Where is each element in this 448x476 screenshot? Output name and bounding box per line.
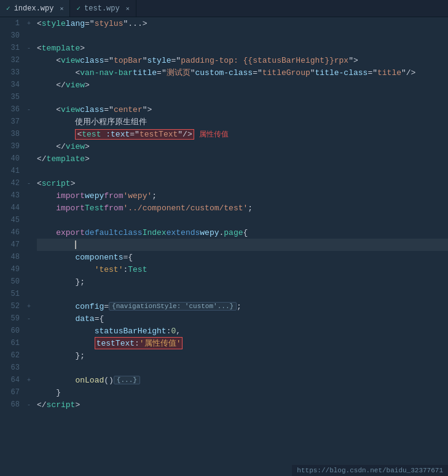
ln-40: 40 <box>0 153 20 165</box>
fold-39 <box>23 140 34 153</box>
blog-url: https://blog.csdn.net/baidu_32377671 <box>297 467 443 474</box>
fold-63 <box>23 362 34 374</box>
fold-34 <box>23 79 34 91</box>
fold-47 <box>23 239 34 251</box>
ln-67: 67 <box>0 386 20 399</box>
code-line-43: import wepy from 'wepy'; <box>37 189 448 202</box>
ln-48: 48 <box>0 251 20 263</box>
code-line-39: </view> <box>37 140 448 153</box>
ln-49: 49 <box>0 263 20 276</box>
ln-31: 31 <box>0 42 20 54</box>
ln-33: 33 <box>0 66 20 79</box>
fold-51 <box>23 288 34 300</box>
fold-38 <box>23 128 34 140</box>
code-line-35 <box>37 91 448 103</box>
fold-31[interactable]: - <box>23 42 34 54</box>
fold-30 <box>23 30 34 42</box>
ln-63: 63 <box>0 362 20 374</box>
bottom-bar: https://blog.csdn.net/baidu_32377671 <box>292 465 448 476</box>
fold-50 <box>23 276 34 288</box>
tab-test-wpy[interactable]: ✓ test.wpy ✕ <box>70 0 136 17</box>
code-line-31: <template> <box>37 42 448 54</box>
code-line-38: <test :text="testText"/>属性传值 <box>37 128 448 140</box>
fold-49 <box>23 263 34 276</box>
ln-39: 39 <box>0 140 20 153</box>
tab-label-index: index.wpy <box>14 4 54 13</box>
code-line-63 <box>37 362 448 374</box>
code-line-62: }; <box>37 349 448 362</box>
fold-37 <box>23 116 34 128</box>
code-line-45 <box>37 214 448 226</box>
tab-icon-index: ✓ <box>6 4 10 12</box>
fold-52[interactable]: + <box>23 300 34 312</box>
code-line-68: </script> <box>37 399 448 411</box>
code-line-67: } <box>37 386 448 399</box>
tab-close-test[interactable]: ✕ <box>126 5 130 12</box>
code-line-44: import Test from '../component/custom/te… <box>37 202 448 214</box>
editor-body: 1 30 31 32 33 34 35 36 37 38 39 40 41 42… <box>0 17 448 476</box>
fold-32 <box>23 54 34 66</box>
code-line-64: onLoad() {...} <box>37 374 448 386</box>
code-line-60: statusBarHeight: 0, <box>37 325 448 337</box>
fold-61 <box>23 337 34 349</box>
code-line-1: <style lang="stylus"...> <box>37 17 448 30</box>
fold-68[interactable]: - <box>23 399 34 411</box>
code-line-48: components = { <box>37 251 448 263</box>
ln-50: 50 <box>0 276 20 288</box>
fold-62 <box>23 349 34 362</box>
fold-43 <box>23 189 34 202</box>
code-line-49: 'test': Test <box>37 263 448 276</box>
fold-40 <box>23 153 34 165</box>
code-line-50: }; <box>37 276 448 288</box>
code-area: <style lang="stylus"...> <template> <vie… <box>34 17 448 476</box>
code-line-41 <box>37 165 448 177</box>
fold-36[interactable]: - <box>23 103 34 116</box>
ln-32: 32 <box>0 54 20 66</box>
fold-48 <box>23 251 34 263</box>
code-line-33: <van-nav-bar title="测试页" custom-class="t… <box>37 66 448 79</box>
ln-47: 47 <box>0 239 20 251</box>
code-line-47 <box>37 239 448 251</box>
ln-41: 41 <box>0 165 20 177</box>
ln-68: 68 <box>0 399 20 411</box>
code-line-40: </template> <box>37 153 448 165</box>
ln-60: 60 <box>0 325 20 337</box>
ln-43: 43 <box>0 189 20 202</box>
tab-close-index[interactable]: ✕ <box>60 5 63 12</box>
ln-52: 52 <box>0 300 20 312</box>
fold-col: + - - - + - + - <box>23 17 34 476</box>
ln-36: 36 <box>0 103 20 116</box>
fold-59[interactable]: - <box>23 312 34 325</box>
ln-34: 34 <box>0 79 20 91</box>
ln-35: 35 <box>0 91 20 103</box>
code-line-34: </view> <box>37 79 448 91</box>
code-line-46: export default class Index extends wepy.… <box>37 226 448 239</box>
fold-41 <box>23 165 34 177</box>
ln-1: 1 <box>0 17 20 30</box>
code-line-36: <view class="center"> <box>37 103 448 116</box>
tab-index-wpy[interactable]: ✓ index.wpy ✕ <box>0 0 70 17</box>
ln-42: 42 <box>0 177 20 189</box>
fold-33 <box>23 66 34 79</box>
ln-61: 61 <box>0 337 20 349</box>
ln-51: 51 <box>0 288 20 300</box>
line-numbers-col: 1 30 31 32 33 34 35 36 37 38 39 40 41 42… <box>0 17 23 476</box>
code-line-32: <view class="topBar" style="padding-top:… <box>37 54 448 66</box>
code-line-30 <box>37 30 448 42</box>
ln-30: 30 <box>0 30 20 42</box>
fold-46 <box>23 226 34 239</box>
code-line-52: config = {navigationStyle: 'custom'...}; <box>37 300 448 312</box>
tab-label-test: test.wpy <box>84 4 120 13</box>
fold-1[interactable]: + <box>23 17 34 30</box>
code-line-37: 使用小程序原生组件 <box>37 116 448 128</box>
tab-bar: ✓ index.wpy ✕ ✓ test.wpy ✕ <box>0 0 448 17</box>
fold-67 <box>23 386 34 399</box>
code-line-59: data = { <box>37 312 448 325</box>
fold-44 <box>23 202 34 214</box>
fold-64[interactable]: + <box>23 374 34 386</box>
ln-37: 37 <box>0 116 20 128</box>
fold-42[interactable]: - <box>23 177 34 189</box>
ln-62: 62 <box>0 349 20 362</box>
fold-35 <box>23 91 34 103</box>
fold-45 <box>23 214 34 226</box>
